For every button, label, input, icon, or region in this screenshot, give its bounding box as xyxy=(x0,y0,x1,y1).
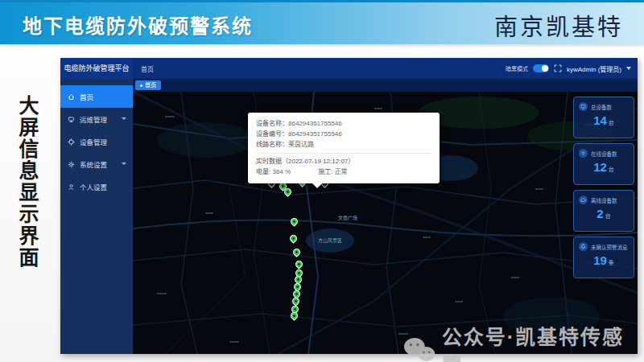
device-name-value: 864294351755546 xyxy=(288,120,342,127)
line-name-value: 莱茵达路 xyxy=(288,141,314,148)
tab-home-label: 首页 xyxy=(145,80,156,90)
chevron-down-icon xyxy=(122,162,126,165)
stat-label: 离线设备数 xyxy=(591,196,617,204)
sidebar-item-label: 系统设置 xyxy=(80,159,107,169)
brand-name: 南京凯基特 xyxy=(494,8,623,42)
wechat-icon xyxy=(402,336,436,362)
app-topbar: 电缆防外破管理平台 首页 暗黑模式 kywAdmin (管理员) xyxy=(60,58,638,79)
sidebar-item-label: 设备管理 xyxy=(80,137,107,146)
topbar-controls: 暗黑模式 kywAdmin (管理员) xyxy=(506,58,631,79)
stat-label: 总设备数 xyxy=(591,103,612,111)
app-window: 电缆防外破管理平台 首页 暗黑模式 kywAdmin (管理员) 首页 xyxy=(60,58,638,354)
status-value: 正常 xyxy=(335,168,348,175)
map-place-label: 文鼎广场 xyxy=(338,214,357,221)
bell-icon xyxy=(579,242,588,251)
stat-value: 19 xyxy=(593,253,607,267)
popup-field-label: 线路名称： xyxy=(256,141,288,148)
breadcrumb[interactable]: 首页 xyxy=(141,64,154,73)
sidebar-item-label: 个人设置 xyxy=(80,182,107,191)
map-pin-green[interactable] xyxy=(289,311,299,321)
stat-label: 在线设备数 xyxy=(591,150,617,158)
sidebar-item-label: 首页 xyxy=(80,92,93,101)
map-pin-green[interactable] xyxy=(288,233,299,244)
popup-divider xyxy=(256,153,431,154)
stat-card-unconfirmed-alerts: 未确认预警消息 19条 xyxy=(573,237,634,278)
stat-unit: 台 xyxy=(609,120,614,125)
app-logo: 电缆防外破管理平台 xyxy=(60,58,133,79)
popup-metrics: 电量: 364 % 施工: 正常 xyxy=(256,167,431,177)
stat-value: 12 xyxy=(593,160,607,174)
map-place-label: 方山风景区 xyxy=(318,237,342,244)
devices-icon xyxy=(579,102,588,111)
stat-card-online-devices: 在线设备数 12台 xyxy=(573,143,634,185)
battery-value: 364 % xyxy=(272,168,291,175)
user-icon xyxy=(68,183,75,191)
metric-label: 施工: xyxy=(318,168,332,175)
chevron-down-icon[interactable] xyxy=(626,67,631,70)
popup-field-label: 设备名称： xyxy=(256,120,288,127)
sidebar: 首页 运维管理 设备管理 系统设置 个人设置 xyxy=(60,79,133,354)
sidebar-item-profile[interactable]: 个人设置 xyxy=(60,175,133,198)
home-icon xyxy=(68,93,75,101)
stat-label: 未确认预警消息 xyxy=(591,243,628,251)
chevron-down-icon xyxy=(122,117,126,120)
map-pin-green[interactable] xyxy=(291,247,302,257)
user-menu[interactable]: kywAdmin (管理员) xyxy=(567,64,621,73)
fullscreen-icon[interactable] xyxy=(554,64,562,72)
stat-unit: 台 xyxy=(609,167,614,172)
device-popup: 设备名称：864294351755546 设备编号：86429435175554… xyxy=(248,113,440,183)
device-id-value: 864294351755546 xyxy=(288,130,342,138)
sidebar-item-devices[interactable]: 设备管理 xyxy=(60,130,133,153)
slide-header: 地下电缆防外破预警系统 南京凯基特 xyxy=(0,0,644,44)
sidebar-item-home[interactable]: 首页 xyxy=(60,85,133,108)
stat-card-total-devices: 总设备数 14台 xyxy=(573,97,634,138)
stat-unit: 条 xyxy=(609,260,614,265)
cloud-icon xyxy=(579,195,588,204)
watermark: 公众号·凯基特传感器 xyxy=(402,321,644,362)
watermark-text: 公众号·凯基特传感器 xyxy=(442,321,644,362)
gear-icon xyxy=(68,161,75,168)
tab-home[interactable]: 首页 xyxy=(135,80,161,90)
tab-strip: 首页 xyxy=(133,79,638,92)
wifi-icon xyxy=(579,149,588,158)
popup-field-label: 设备编号： xyxy=(256,130,288,138)
sidebar-item-label: 运维管理 xyxy=(80,114,107,124)
dark-mode-label: 暗黑模式 xyxy=(506,64,528,72)
metric-label: 电量: xyxy=(256,168,270,175)
tab-dot-icon xyxy=(140,84,142,87)
stat-value: 14 xyxy=(593,113,607,127)
map-pin-green[interactable] xyxy=(294,259,304,269)
chip-icon xyxy=(68,138,75,146)
map-pin-green[interactable] xyxy=(289,216,299,227)
monitor-icon xyxy=(68,116,75,123)
stat-value: 2 xyxy=(597,207,603,220)
system-title: 地下电缆防外破预警系统 xyxy=(23,10,253,39)
sidebar-item-operations[interactable]: 运维管理 xyxy=(60,108,133,130)
stat-unit: 台 xyxy=(605,213,611,219)
sidebar-item-settings[interactable]: 系统设置 xyxy=(60,153,133,175)
slide: 地下电缆防外破预警系统 南京凯基特 大屏信息显示界面 电缆防外破管理平台 首页 … xyxy=(0,0,644,362)
stat-card-offline-devices: 离线设备数 2台 xyxy=(573,190,634,232)
dark-mode-toggle[interactable] xyxy=(533,64,549,72)
realtime-data-label: 实时数据（2022-07-19 12:12:07） xyxy=(256,156,431,167)
vertical-caption: 大屏信息显示界面 xyxy=(13,95,42,269)
